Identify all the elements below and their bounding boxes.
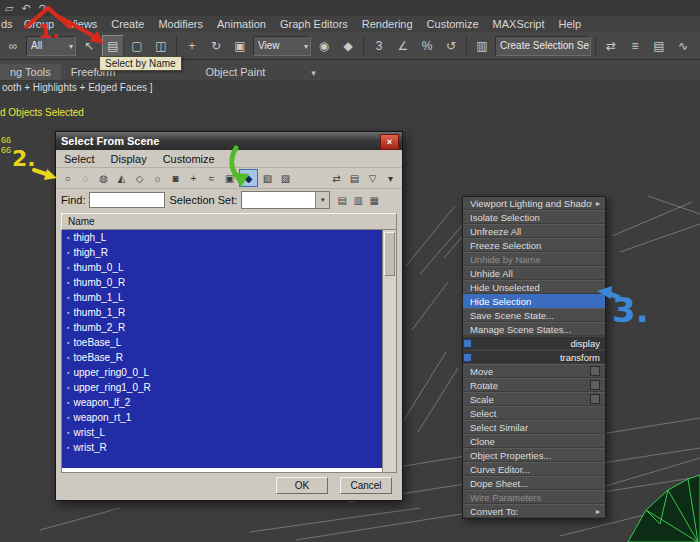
menu-maxscript[interactable]: MAXScript: [486, 18, 552, 30]
display-lights-icon[interactable]: ☼: [149, 170, 166, 186]
show-columns-icon[interactable]: ▤: [346, 170, 363, 186]
context-menu-item-select[interactable]: Select: [463, 406, 605, 420]
display-none-icon[interactable]: ◌: [77, 170, 94, 186]
display-frozen-icon[interactable]: ▧: [259, 170, 276, 186]
display-hidden-icon[interactable]: ▨: [277, 170, 294, 186]
sync-selection-icon[interactable]: ⇄: [328, 170, 345, 186]
context-menu-item-move[interactable]: Move: [463, 364, 605, 378]
display-geometry-icon[interactable]: ◭: [113, 170, 130, 186]
create-named-set-icon[interactable]: ▤: [334, 193, 350, 208]
spinner-snap-toggle-icon[interactable]: ↺: [440, 35, 462, 57]
context-menu-item-freeze-selection[interactable]: Freeze Selection: [463, 238, 605, 252]
menu-views[interactable]: Views: [61, 18, 104, 30]
viewport-shading-label[interactable]: ooth + Highlights + Edged Faces ]: [2, 82, 153, 93]
context-menu-item-rotate[interactable]: Rotate: [463, 378, 605, 392]
context-menu-item-scale[interactable]: Scale: [463, 392, 605, 406]
window-crossing-icon[interactable]: ◫: [150, 35, 172, 57]
bind-to-space-warp-icon[interactable]: ∞: [2, 35, 24, 57]
display-shapes-icon[interactable]: ◇: [131, 170, 148, 186]
menu-customize[interactable]: Customize: [420, 18, 486, 30]
context-menu-item-unhide-all[interactable]: Unhide All: [463, 266, 605, 280]
list-item[interactable]: ▪toeBase_R: [62, 350, 382, 365]
context-menu-item-convert-to[interactable]: Convert To:▸: [463, 504, 605, 518]
rectangular-selection-region-icon[interactable]: ▢: [126, 35, 148, 57]
ok-button[interactable]: OK: [276, 477, 328, 494]
percent-snap-toggle-icon[interactable]: %: [416, 35, 438, 57]
selection-filter-combo[interactable]: All: [26, 36, 76, 56]
named-selection-sets-combo[interactable]: Create Selection Se: [495, 36, 591, 56]
chevron-down-icon[interactable]: [315, 192, 329, 208]
use-pivot-point-center-icon[interactable]: ◉: [313, 35, 335, 57]
name-column-header[interactable]: Name: [61, 213, 397, 230]
menu-help[interactable]: Help: [552, 18, 589, 30]
context-menu-item-manage-scene-states[interactable]: Manage Scene States...: [463, 322, 605, 336]
select-and-scale-icon[interactable]: ▣: [229, 35, 251, 57]
context-menu-item-hide-unselected[interactable]: Hide Unselected: [463, 280, 605, 294]
list-item[interactable]: ▪thumb_2_R: [62, 320, 382, 335]
select-by-name-icon[interactable]: ▤: [102, 35, 124, 57]
angle-snap-toggle-icon[interactable]: ∠: [392, 35, 414, 57]
quad-settings-box-icon[interactable]: [590, 380, 600, 390]
layer-manager-icon[interactable]: ▤: [648, 35, 670, 57]
ribbon-tab-ng-tools[interactable]: ng Tools: [0, 64, 61, 80]
new-scene-icon[interactable]: ▱: [5, 0, 13, 16]
dialog-titlebar[interactable]: Select From Scene ×: [56, 132, 402, 150]
undo-icon[interactable]: ↶: [21, 0, 30, 16]
find-input[interactable]: [89, 192, 165, 208]
ribbon-tab-object-paint[interactable]: Object Paint: [195, 64, 275, 80]
menu-group[interactable]: Group: [17, 18, 62, 30]
close-icon[interactable]: ×: [380, 134, 399, 150]
list-item[interactable]: ▪thumb_0_R: [62, 275, 382, 290]
list-item[interactable]: ▪wrist_R: [62, 440, 382, 455]
select-and-rotate-icon[interactable]: ↻: [205, 35, 227, 57]
menu-graph-editors[interactable]: Graph Editors: [273, 18, 355, 30]
mirror-icon[interactable]: ⇄: [600, 35, 622, 57]
snap-toggle-3d-icon[interactable]: 3: [368, 35, 390, 57]
context-menu-item-select-similar[interactable]: Select Similar: [463, 420, 605, 434]
align-icon[interactable]: ≡: [624, 35, 646, 57]
list-item[interactable]: ▪thumb_1_R: [62, 305, 382, 320]
filter-icon[interactable]: ▽: [364, 170, 381, 186]
list-item[interactable]: ▪thigh_L: [62, 230, 382, 245]
context-menu-item-isolate-selection[interactable]: Isolate Selection: [463, 210, 605, 224]
context-menu-item-hide-selection[interactable]: Hide Selection: [463, 294, 605, 308]
context-menu-item-clone[interactable]: Clone: [463, 434, 605, 448]
display-all-icon[interactable]: ○: [59, 170, 76, 186]
display-bones-icon[interactable]: ◆: [239, 169, 258, 187]
list-item[interactable]: ▪upper_ring1_0_R: [62, 380, 382, 395]
context-menu-item-curve-editor[interactable]: Curve Editor...: [463, 462, 605, 476]
context-menu-item-dope-sheet[interactable]: Dope Sheet...: [463, 476, 605, 490]
reference-coordinate-system-combo[interactable]: View: [253, 36, 311, 56]
dialog-menu-select[interactable]: Select: [56, 153, 103, 165]
display-invert-icon[interactable]: ◍: [95, 170, 112, 186]
menu-modifiers[interactable]: Modifiers: [151, 18, 210, 30]
select-and-manipulate-icon[interactable]: ◆: [337, 35, 359, 57]
context-menu-item-save-scene-state[interactable]: Save Scene State...: [463, 308, 605, 322]
context-menu-item-viewport-lighting-and-shadows[interactable]: Viewport Lighting and Shadows▸: [463, 197, 605, 210]
menu-ds[interactable]: ds: [0, 18, 17, 30]
select-object-icon[interactable]: ↖: [78, 35, 100, 57]
schematic-view-icon[interactable]: ⊞: [696, 35, 700, 57]
curve-editor-icon[interactable]: ∿: [672, 35, 694, 57]
menu-rendering[interactable]: Rendering: [355, 18, 420, 30]
select-and-move-icon[interactable]: +: [181, 35, 203, 57]
list-item[interactable]: ▪thigh_R: [62, 245, 382, 260]
display-space-warps-icon[interactable]: ≈: [203, 170, 220, 186]
quad-settings-box-icon[interactable]: [590, 366, 600, 376]
ribbon-overflow-icon[interactable]: ▾: [305, 66, 322, 80]
list-item[interactable]: ▪wrist_L: [62, 425, 382, 440]
dialog-menu-display[interactable]: Display: [103, 153, 155, 165]
list-item[interactable]: ▪weapon_lf_2: [62, 395, 382, 410]
filter-dropdown-icon[interactable]: ▾: [382, 170, 399, 186]
menu-animation[interactable]: Animation: [210, 18, 273, 30]
dialog-menu-customize[interactable]: Customize: [155, 153, 223, 165]
list-scrollbar[interactable]: [382, 230, 396, 472]
quad-settings-box-icon[interactable]: [590, 394, 600, 404]
redo-icon[interactable]: ↷: [39, 0, 48, 16]
selection-set-combo[interactable]: [241, 191, 330, 209]
display-cameras-icon[interactable]: ◙: [167, 170, 184, 186]
remove-from-set-icon[interactable]: ▦: [366, 193, 382, 208]
list-item[interactable]: ▪thumb_1_L: [62, 290, 382, 305]
display-helpers-icon[interactable]: +: [185, 170, 202, 186]
menu-create[interactable]: Create: [104, 18, 151, 30]
